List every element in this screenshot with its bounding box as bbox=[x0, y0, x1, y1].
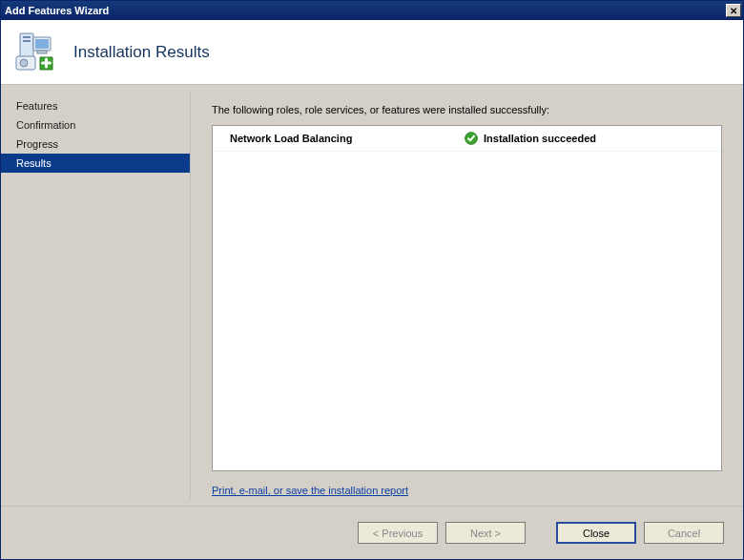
svg-rect-4 bbox=[35, 39, 49, 49]
sidebar-item-features[interactable]: Features bbox=[1, 96, 190, 115]
main-content: The following roles, role services, or f… bbox=[191, 85, 743, 506]
next-button: Next > bbox=[445, 522, 526, 544]
wizard-icon bbox=[14, 31, 56, 73]
window-title: Add Features Wizard bbox=[5, 5, 726, 16]
results-panel: Network Load Balancing Installation succ… bbox=[212, 125, 722, 471]
result-status-text: Installation succeeded bbox=[484, 133, 596, 144]
title-bar: Add Features Wizard ✕ bbox=[1, 1, 743, 20]
success-check-icon bbox=[465, 132, 478, 145]
close-icon: ✕ bbox=[730, 6, 737, 16]
wizard-footer: < Previous Next > Close Cancel bbox=[1, 506, 743, 559]
wizard-header: Installation Results bbox=[1, 20, 743, 85]
svg-rect-2 bbox=[23, 40, 31, 42]
wizard-window: Add Features Wizard ✕ Installation Resul… bbox=[0, 0, 744, 560]
page-title: Installation Results bbox=[73, 43, 210, 62]
sidebar-item-progress[interactable]: Progress bbox=[1, 135, 190, 154]
result-feature-name: Network Load Balancing bbox=[230, 133, 459, 144]
wizard-steps-sidebar: Features Confirmation Progress Results bbox=[1, 85, 190, 506]
result-row: Network Load Balancing Installation succ… bbox=[213, 126, 721, 152]
svg-rect-5 bbox=[37, 51, 47, 53]
intro-text: The following roles, role services, or f… bbox=[212, 104, 722, 115]
svg-point-7 bbox=[20, 59, 28, 67]
sidebar-item-results[interactable]: Results bbox=[1, 154, 190, 173]
close-button[interactable]: Close bbox=[556, 522, 636, 544]
cancel-button: Cancel bbox=[644, 522, 724, 544]
sidebar-item-confirmation[interactable]: Confirmation bbox=[1, 115, 190, 135]
previous-button: < Previous bbox=[358, 522, 438, 544]
titlebar-close-button[interactable]: ✕ bbox=[726, 4, 741, 17]
wizard-body: Features Confirmation Progress Results T… bbox=[1, 85, 743, 506]
installation-report-link[interactable]: Print, e-mail, or save the installation … bbox=[212, 485, 722, 496]
svg-rect-1 bbox=[23, 36, 31, 38]
